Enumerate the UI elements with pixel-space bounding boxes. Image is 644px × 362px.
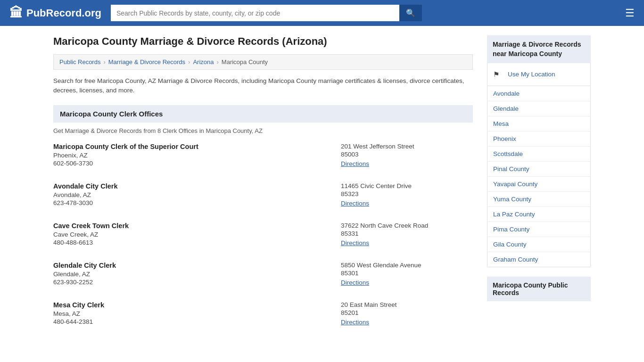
sidebar-link-7[interactable]: Yuma County: [487, 192, 590, 206]
sidebar-list-item[interactable]: Yuma County: [487, 192, 590, 207]
use-location-link[interactable]: Use My Location: [502, 67, 561, 82]
site-logo[interactable]: 🏛 PubRecord.org: [9, 5, 101, 21]
office-entry: Mesa City Clerk Mesa, AZ 480-644-2381 20…: [53, 301, 473, 330]
search-bar: 🔍: [111, 5, 422, 21]
breadcrumb-current: Maricopa County: [222, 58, 268, 66]
office-right-2: 37622 North Cave Creek Road 85331 Direct…: [341, 222, 473, 247]
site-header: 🏛 PubRecord.org 🔍 ☰: [0, 0, 644, 26]
sidebar-list-item[interactable]: Gila County: [487, 237, 590, 252]
directions-link-3[interactable]: Directions: [341, 279, 369, 286]
office-city-0: Phoenix, AZ: [53, 152, 341, 159]
office-entry: Avondale City Clerk Avondale, AZ 623-478…: [53, 182, 473, 212]
breadcrumb: Public Records › Marriage & Divorce Reco…: [53, 54, 473, 70]
office-name-4: Mesa City Clerk: [53, 301, 341, 309]
sidebar-nearby-title: Marriage & Divorce Records near Maricopa…: [487, 35, 591, 63]
office-zip-0: 85003: [341, 151, 473, 158]
office-right-4: 20 East Main Street 85201 Directions: [341, 301, 473, 326]
section-subtext: Get Marriage & Divorce Records from 8 Cl…: [53, 127, 473, 134]
office-zip-2: 85331: [341, 230, 473, 237]
office-right-3: 5850 West Glendale Avenue 85301 Directio…: [341, 262, 473, 286]
office-name-1: Avondale City Clerk: [53, 182, 341, 190]
sidebar-link-4[interactable]: Scottsdale: [487, 147, 590, 161]
office-phone-3: 623-930-2252: [53, 279, 341, 286]
office-street-1: 11465 Civic Center Drive: [341, 182, 473, 189]
directions-link-4[interactable]: Directions: [341, 319, 369, 326]
office-phone-2: 480-488-6613: [53, 239, 341, 246]
sidebar-list-item[interactable]: Yavapai County: [487, 177, 590, 192]
office-left-1: Avondale City Clerk Avondale, AZ 623-478…: [53, 182, 341, 207]
main-container: Maricopa County Marriage & Divorce Recor…: [39, 26, 605, 350]
office-left-4: Mesa City Clerk Mesa, AZ 480-644-2381: [53, 301, 341, 326]
office-street-3: 5850 West Glendale Avenue: [341, 262, 473, 269]
use-location-item[interactable]: ⚑ Use My Location: [487, 63, 590, 86]
sidebar-list-item[interactable]: Phoenix: [487, 132, 590, 147]
office-phone-1: 623-478-3030: [53, 199, 341, 206]
breadcrumb-link-marriage[interactable]: Marriage & Divorce Records: [108, 58, 185, 66]
sidebar-link-3[interactable]: Phoenix: [487, 132, 590, 146]
search-input[interactable]: [111, 5, 399, 21]
search-button[interactable]: 🔍: [399, 5, 422, 21]
office-entry: Maricopa County Clerk of the Superior Co…: [53, 143, 473, 172]
sidebar-list-item[interactable]: Avondale: [487, 86, 590, 101]
sidebar-list-item[interactable]: Glendale: [487, 101, 590, 116]
office-left-3: Glendale City Clerk Glendale, AZ 623-930…: [53, 262, 341, 286]
sidebar-list-item[interactable]: Scottsdale: [487, 147, 590, 162]
content-area: Maricopa County Marriage & Divorce Recor…: [53, 35, 473, 341]
logo-text: PubRecord.org: [26, 7, 101, 19]
breadcrumb-link-arizona[interactable]: Arizona: [193, 58, 214, 66]
offices-list: Maricopa County Clerk of the Superior Co…: [53, 143, 473, 330]
office-city-1: Avondale, AZ: [53, 191, 341, 198]
breadcrumb-link-public-records[interactable]: Public Records: [59, 58, 100, 66]
logo-icon: 🏛: [9, 5, 23, 21]
sidebar-list-item[interactable]: Pinal County: [487, 162, 590, 177]
office-city-4: Mesa, AZ: [53, 310, 341, 317]
directions-link-0[interactable]: Directions: [341, 160, 369, 167]
breadcrumb-sep-2: ›: [188, 58, 190, 66]
office-zip-4: 85201: [341, 309, 473, 316]
sidebar-list-item[interactable]: Graham County: [487, 252, 590, 267]
office-name-0: Maricopa County Clerk of the Superior Co…: [53, 143, 341, 150]
office-zip-1: 85323: [341, 190, 473, 197]
sidebar-link-8[interactable]: La Paz County: [487, 207, 590, 222]
directions-link-2[interactable]: Directions: [341, 239, 369, 247]
office-entry: Cave Creek Town Clerk Cave Creek, AZ 480…: [53, 222, 473, 251]
section-heading: Maricopa County Clerk Offices: [53, 105, 473, 123]
directions-link-1[interactable]: Directions: [341, 200, 369, 207]
office-entry: Glendale City Clerk Glendale, AZ 623-930…: [53, 262, 473, 291]
office-street-0: 201 West Jefferson Street: [341, 143, 473, 150]
sidebar-link-6[interactable]: Yavapai County: [487, 177, 590, 191]
sidebar-link-10[interactable]: Gila County: [487, 237, 590, 252]
sidebar: Marriage & Divorce Records near Maricopa…: [487, 35, 591, 341]
office-street-2: 37622 North Cave Creek Road: [341, 222, 473, 229]
page-title: Maricopa County Marriage & Divorce Recor…: [53, 35, 473, 48]
office-name-3: Glendale City Clerk: [53, 262, 341, 269]
sidebar-list-item[interactable]: La Paz County: [487, 207, 590, 222]
page-description: Search for free Maricopa County, AZ Marr…: [53, 76, 473, 96]
menu-icon[interactable]: ☰: [625, 7, 635, 19]
breadcrumb-sep-3: ›: [216, 58, 218, 66]
sidebar-link-5[interactable]: Pinal County: [487, 162, 590, 176]
office-phone-4: 480-644-2381: [53, 318, 341, 325]
sidebar-nearby-list: ⚑ Use My Location AvondaleGlendaleMesaPh…: [487, 63, 591, 267]
office-right-0: 201 West Jefferson Street 85003 Directio…: [341, 143, 473, 167]
office-left-2: Cave Creek Town Clerk Cave Creek, AZ 480…: [53, 222, 341, 247]
sidebar-link-0[interactable]: Avondale: [487, 86, 590, 101]
sidebar-link-1[interactable]: Glendale: [487, 101, 590, 116]
sidebar-link-11[interactable]: Graham County: [487, 252, 590, 267]
office-zip-3: 85301: [341, 270, 473, 277]
breadcrumb-sep-1: ›: [103, 58, 105, 66]
office-name-2: Cave Creek Town Clerk: [53, 222, 341, 230]
office-city-3: Glendale, AZ: [53, 271, 341, 278]
office-right-1: 11465 Civic Center Drive 85323 Direction…: [341, 182, 473, 207]
office-street-4: 20 East Main Street: [341, 301, 473, 308]
sidebar-link-2[interactable]: Mesa: [487, 116, 590, 131]
office-city-2: Cave Creek, AZ: [53, 231, 341, 238]
sidebar-public-records-title: Maricopa County Public Records: [487, 277, 591, 301]
office-left-0: Maricopa County Clerk of the Superior Co…: [53, 143, 341, 167]
office-phone-0: 602-506-3730: [53, 160, 341, 167]
sidebar-list-item[interactable]: Pima County: [487, 222, 590, 237]
location-icon: ⚑: [493, 70, 499, 79]
search-icon: 🔍: [406, 9, 415, 17]
sidebar-list-item[interactable]: Mesa: [487, 116, 590, 132]
sidebar-link-9[interactable]: Pima County: [487, 222, 590, 237]
